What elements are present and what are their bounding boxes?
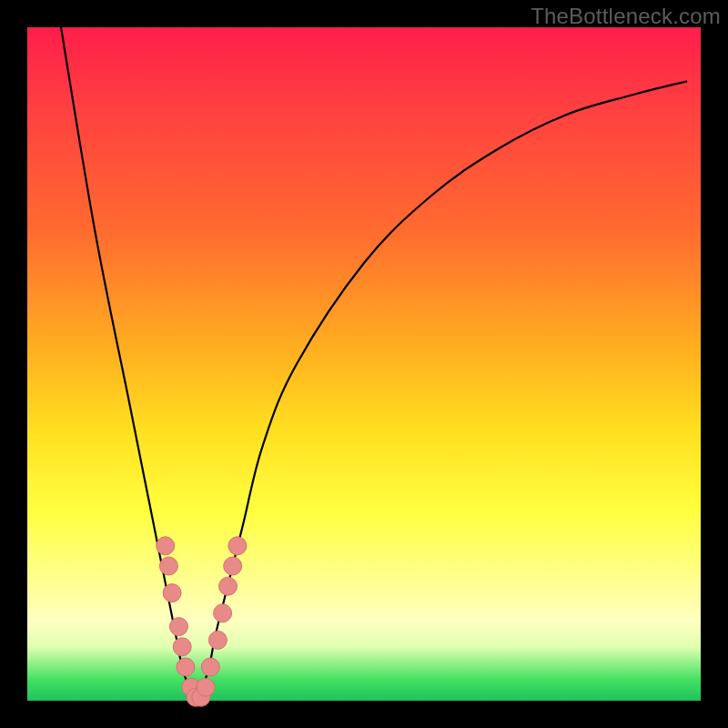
curve-marker	[163, 584, 181, 602]
curve-marker	[197, 678, 215, 696]
curve-markers	[157, 537, 247, 707]
chart-frame: TheBottleneck.com	[0, 0, 728, 728]
curve-marker	[170, 618, 188, 636]
curve-marker	[214, 604, 232, 622]
curve-marker	[208, 631, 227, 649]
curve-marker	[157, 537, 175, 555]
curve-marker	[159, 557, 177, 575]
curve-marker	[219, 577, 238, 595]
curve-marker	[173, 638, 191, 656]
watermark-text: TheBottleneck.com	[531, 4, 721, 29]
curve-marker	[177, 658, 195, 676]
bottleneck-curve-svg	[27, 27, 701, 701]
curve-marker	[228, 537, 247, 555]
plot-area	[27, 27, 701, 701]
bottleneck-curve	[61, 27, 687, 701]
curve-marker	[224, 557, 242, 575]
curve-marker	[201, 658, 219, 676]
